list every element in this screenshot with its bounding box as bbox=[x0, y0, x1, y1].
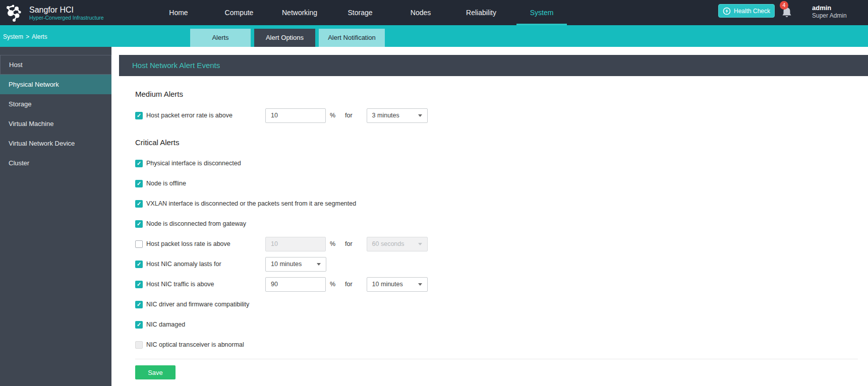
row-host-packet-error-rate: ✓ Host packet error rate is above % for … bbox=[135, 104, 858, 126]
row-label: NIC damaged bbox=[146, 321, 185, 328]
divider bbox=[135, 359, 858, 359]
row-label: Host NIC traffic is above bbox=[146, 281, 214, 288]
percent-unit: % bbox=[330, 112, 337, 119]
checkbox-nic-damaged[interactable]: ✓ bbox=[135, 321, 143, 329]
checkbox-nic-driver-firmware[interactable]: ✓ bbox=[135, 301, 143, 308]
row-label: Host NIC anomaly lasts for bbox=[146, 261, 221, 268]
nav-item-home[interactable]: Home bbox=[148, 0, 209, 25]
row-host-packet-loss-rate: Host packet loss rate is above % for 60 … bbox=[135, 234, 858, 254]
page-title: Host Network Alert Events bbox=[119, 55, 868, 76]
row-nic-optical-transceiver: NIC optical transceiver is abnormal bbox=[135, 335, 858, 355]
health-check-icon bbox=[723, 7, 731, 15]
percent-unit: % bbox=[330, 240, 337, 247]
host-packet-error-duration-select[interactable]: 3 minutes bbox=[367, 108, 428, 123]
sidebar-item-storage[interactable]: Storage bbox=[0, 94, 111, 114]
breadcrumb-page[interactable]: Alerts bbox=[32, 33, 47, 40]
select-value: 60 seconds bbox=[372, 240, 404, 247]
brand: Sangfor HCI Hyper-Converged Infrastructu… bbox=[4, 4, 104, 23]
checkbox-host-nic-anomaly[interactable]: ✓ bbox=[135, 261, 143, 268]
host-nic-anomaly-duration-select[interactable]: 10 minutes bbox=[265, 257, 326, 272]
host-nic-traffic-duration-select[interactable]: 10 minutes bbox=[367, 277, 428, 292]
row-nic-driver-firmware: ✓ NIC driver and firmware compatibility bbox=[135, 294, 858, 314]
caret-down-icon bbox=[418, 114, 422, 117]
host-packet-loss-duration-select: 60 seconds bbox=[367, 237, 428, 251]
breadcrumb-tab-bar: System>Alerts Alerts Alert Options Alert… bbox=[0, 25, 868, 47]
row-vxlan-interface: ✓ VXLAN interface is disconnected or the… bbox=[135, 194, 858, 214]
main-nav: Home Compute Networking Storage Nodes Re… bbox=[148, 0, 572, 25]
notification-badge: 4 bbox=[780, 1, 788, 10]
checkbox-physical-interface-disconnected[interactable]: ✓ bbox=[135, 160, 143, 167]
host-packet-error-rate-input[interactable] bbox=[265, 108, 326, 123]
sidebar-item-physical-network[interactable]: Physical Network bbox=[0, 75, 111, 94]
sidebar-item-host[interactable]: Host bbox=[0, 55, 111, 75]
row-label: Host packet loss rate is above bbox=[146, 240, 230, 247]
user-role: Super Admin bbox=[812, 12, 847, 20]
checkbox-host-nic-traffic[interactable]: ✓ bbox=[135, 281, 143, 288]
checkbox-vxlan-interface[interactable]: ✓ bbox=[135, 200, 143, 208]
nav-item-reliability[interactable]: Reliability bbox=[451, 0, 511, 25]
checkbox-host-packet-loss-rate[interactable] bbox=[135, 240, 143, 248]
nav-item-compute[interactable]: Compute bbox=[209, 0, 269, 25]
checkbox-nic-optical-transceiver[interactable] bbox=[135, 341, 143, 349]
select-value: 10 minutes bbox=[372, 281, 403, 288]
main-content: Host Network Alert Events Medium Alerts … bbox=[119, 47, 868, 386]
app-title: Sangfor HCI bbox=[29, 5, 104, 15]
host-packet-loss-rate-input[interactable] bbox=[265, 237, 326, 251]
breadcrumb-section[interactable]: System bbox=[3, 33, 23, 40]
for-label: for bbox=[345, 240, 353, 247]
select-value: 3 minutes bbox=[372, 112, 399, 119]
alert-tabs: Alerts Alert Options Alert Notification bbox=[190, 29, 385, 47]
row-physical-interface-disconnected: ✓ Physical interface is disconnected bbox=[135, 153, 858, 173]
caret-down-icon bbox=[418, 283, 422, 286]
row-label: NIC optical transceiver is abnormal bbox=[146, 341, 244, 348]
select-value: 10 minutes bbox=[271, 261, 302, 268]
sangfor-logo-icon bbox=[4, 4, 23, 23]
health-check-button[interactable]: Health Check bbox=[718, 4, 775, 18]
sidebar-item-virtual-machine[interactable]: Virtual Machine bbox=[0, 114, 111, 134]
row-node-offline: ✓ Node is offline bbox=[135, 173, 858, 194]
save-button[interactable]: Save bbox=[135, 365, 176, 379]
notifications-button[interactable]: 4 bbox=[780, 1, 795, 21]
host-nic-traffic-input[interactable] bbox=[265, 277, 326, 292]
row-label: Node is offline bbox=[146, 180, 186, 187]
sidebar: Host Physical Network Storage Virtual Ma… bbox=[0, 47, 111, 386]
for-label: for bbox=[345, 112, 353, 119]
caret-down-icon bbox=[317, 263, 321, 266]
health-check-label: Health Check bbox=[734, 8, 770, 15]
app-subtitle: Hyper-Converged Infrastructure bbox=[29, 15, 104, 21]
nav-item-system[interactable]: System bbox=[511, 0, 572, 25]
percent-unit: % bbox=[330, 281, 337, 288]
row-label: Host packet error rate is above bbox=[146, 112, 233, 119]
nav-item-nodes[interactable]: Nodes bbox=[390, 0, 451, 25]
tab-alert-notification[interactable]: Alert Notification bbox=[319, 29, 385, 47]
username: admin bbox=[812, 4, 847, 12]
tab-alert-options[interactable]: Alert Options bbox=[254, 29, 315, 47]
row-host-nic-traffic: ✓ Host NIC traffic is above % for 10 min… bbox=[135, 274, 858, 294]
tab-alerts[interactable]: Alerts bbox=[190, 29, 251, 47]
row-label: Physical interface is disconnected bbox=[146, 160, 241, 167]
nav-item-storage[interactable]: Storage bbox=[330, 0, 390, 25]
row-label: VXLAN interface is disconnected or the p… bbox=[146, 200, 356, 207]
for-label: for bbox=[345, 281, 353, 288]
row-label: NIC driver and firmware compatibility bbox=[146, 301, 249, 308]
critical-alerts-heading: Critical Alerts bbox=[135, 138, 858, 148]
row-nic-damaged: ✓ NIC damaged bbox=[135, 314, 858, 335]
nav-item-networking[interactable]: Networking bbox=[269, 0, 330, 25]
row-host-nic-anomaly: ✓ Host NIC anomaly lasts for 10 minutes bbox=[135, 254, 858, 274]
row-node-disconnected-gateway: ✓ Node is disconnected from gateway bbox=[135, 214, 858, 234]
top-navigation-bar: Sangfor HCI Hyper-Converged Infrastructu… bbox=[0, 0, 868, 25]
sidebar-item-virtual-network-device[interactable]: Virtual Network Device bbox=[0, 134, 111, 153]
breadcrumb-separator: > bbox=[26, 33, 29, 40]
row-label: Node is disconnected from gateway bbox=[146, 220, 246, 227]
checkbox-node-disconnected-gateway[interactable]: ✓ bbox=[135, 220, 143, 228]
checkbox-host-packet-error-rate[interactable]: ✓ bbox=[135, 112, 143, 119]
caret-down-icon bbox=[418, 243, 422, 245]
breadcrumb: System>Alerts bbox=[3, 25, 47, 47]
user-menu[interactable]: admin Super Admin bbox=[812, 4, 847, 20]
checkbox-node-offline[interactable]: ✓ bbox=[135, 180, 143, 187]
sidebar-item-cluster[interactable]: Cluster bbox=[0, 153, 111, 173]
medium-alerts-heading: Medium Alerts bbox=[135, 89, 858, 99]
